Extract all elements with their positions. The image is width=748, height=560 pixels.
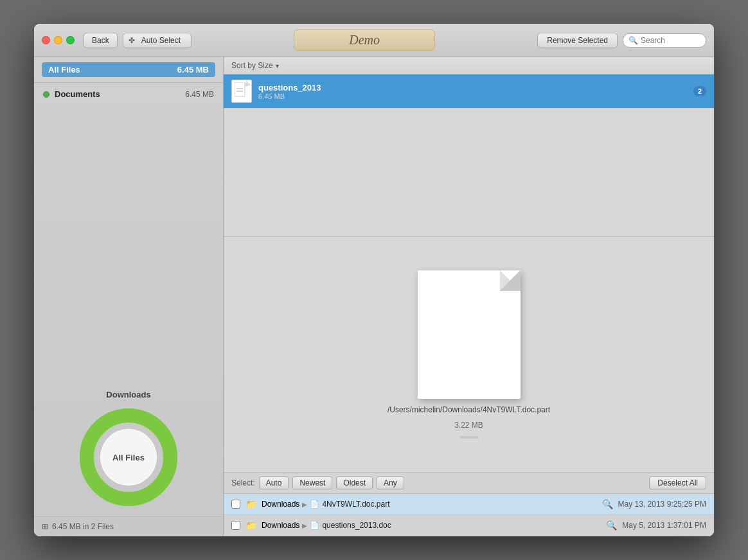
location-name-1: Downloads: [262, 521, 299, 530]
folder-icon-0: 📁: [245, 499, 256, 509]
preview-filepath: /Users/michelin/Downloads/4NvT9WLT.doc.p…: [387, 405, 550, 414]
donut-chart: All Files: [77, 406, 180, 509]
footer-text: 6.45 MB in 2 Files: [52, 522, 114, 531]
all-files-label: All Files: [48, 65, 80, 74]
back-button[interactable]: Back: [84, 33, 118, 48]
file-size: 6.45 MB: [258, 92, 687, 100]
all-files-size: 6.45 MB: [177, 65, 209, 74]
file-icon: [231, 80, 252, 103]
titlebar: Back Auto Select Demo Remove Selected 🔍: [34, 24, 714, 57]
search-input[interactable]: [641, 36, 705, 45]
file-entry-1[interactable]: 📁 Downloads ▶ 📄 questions_2013.doc 🔍 May…: [224, 515, 714, 536]
file-list: questions_2013 6.45 MB 2: [224, 74, 714, 236]
bottom-panel: Select: Auto Newest Oldest Any Deselect …: [224, 472, 714, 536]
preview-document: [418, 270, 521, 399]
all-files-button[interactable]: All Files 6.45 MB: [42, 62, 215, 77]
doc-icon-0: 📄: [310, 500, 319, 509]
sidebar-items: Documents 6.45 MB: [34, 83, 223, 382]
entry-filename-1: questions_2013.doc: [322, 521, 601, 530]
file-row[interactable]: questions_2013 6.45 MB 2: [224, 74, 714, 109]
file-entries: 📁 Downloads ▶ 📄 4NvT9WLT.doc.part 🔍 May …: [224, 494, 714, 536]
entry-date-0: May 13, 2013 9:25:25 PM: [618, 500, 706, 509]
select-auto-button[interactable]: Auto: [259, 477, 289, 489]
arrow-icon-0: ▶: [302, 501, 307, 508]
file-entry-0[interactable]: 📁 Downloads ▶ 📄 4NvT9WLT.doc.part 🔍 May …: [224, 494, 714, 515]
main-panel: Sort by Size ▾: [224, 57, 714, 536]
zoom-button[interactable]: [66, 36, 75, 44]
svg-marker-6: [245, 82, 249, 86]
arrow-icon-1: ▶: [302, 522, 307, 529]
sort-arrow-icon: ▾: [276, 62, 279, 69]
file-info: questions_2013 6.45 MB: [258, 83, 687, 100]
lookup-icon-1[interactable]: 🔍: [606, 520, 617, 530]
search-icon: 🔍: [628, 36, 638, 45]
file-name: questions_2013: [258, 83, 687, 92]
entry-location-0: Downloads ▶ 📄 4NvT9WLT.doc.part: [262, 500, 597, 509]
minimize-button[interactable]: [54, 36, 62, 44]
separator: [459, 436, 479, 439]
doc-icon-svg: [235, 82, 249, 100]
sidebar: All Files 6.45 MB Documents 6.45 MB Down…: [34, 57, 224, 536]
deselect-all-button[interactable]: Deselect All: [649, 477, 706, 489]
expand-icon[interactable]: ⊞: [42, 522, 48, 531]
sidebar-item-size: 6.45 MB: [185, 90, 214, 99]
title-area: Demo: [197, 30, 532, 51]
close-button[interactable]: [42, 36, 50, 44]
preview-filesize: 3.22 MB: [454, 421, 483, 430]
traffic-lights: [42, 36, 75, 44]
lookup-icon-0[interactable]: 🔍: [602, 499, 613, 509]
file-entry-checkbox-0[interactable]: [231, 500, 240, 509]
status-dot: [43, 91, 49, 98]
sort-label: Sort by Size: [231, 61, 273, 70]
donut-section: Downloads All Files: [34, 382, 223, 516]
doc-corner: [500, 270, 521, 291]
select-any-button[interactable]: Any: [377, 477, 404, 489]
file-list-area: Sort by Size ▾: [224, 57, 714, 237]
sidebar-header: All Files 6.45 MB: [34, 57, 223, 83]
remove-selected-button[interactable]: Remove Selected: [537, 33, 618, 48]
donut-center-label: All Files: [112, 453, 145, 462]
sidebar-item-documents[interactable]: Documents 6.45 MB: [34, 85, 223, 103]
entry-date-1: May 5, 2013 1:37:01 PM: [622, 521, 706, 530]
sidebar-item-name: Documents: [55, 89, 100, 99]
doc-icon-1: 📄: [310, 521, 319, 530]
file-badge: 2: [693, 86, 706, 96]
select-oldest-button[interactable]: Oldest: [336, 477, 373, 489]
file-entry-checkbox-1[interactable]: [231, 521, 240, 530]
content-area: All Files 6.45 MB Documents 6.45 MB Down…: [34, 57, 714, 536]
search-bar[interactable]: 🔍: [623, 33, 706, 48]
select-bar: Select: Auto Newest Oldest Any Deselect …: [224, 473, 714, 494]
folder-icon-1: 📁: [245, 520, 256, 530]
auto-select-button[interactable]: Auto Select: [123, 33, 191, 48]
main-window: Back Auto Select Demo Remove Selected 🔍 …: [33, 23, 715, 537]
sort-bar[interactable]: Sort by Size ▾: [224, 57, 714, 74]
entry-filename-0: 4NvT9WLT.doc.part: [322, 500, 596, 509]
location-name-0: Downloads: [262, 500, 299, 509]
sidebar-footer: ⊞ 6.45 MB in 2 Files: [34, 516, 223, 536]
select-label: Select:: [231, 478, 255, 487]
select-newest-button[interactable]: Newest: [292, 477, 332, 489]
entry-location-1: Downloads ▶ 📄 questions_2013.doc: [262, 521, 601, 530]
svg-rect-4: [235, 82, 245, 96]
preview-area: /Users/michelin/Downloads/4NvT9WLT.doc.p…: [224, 237, 714, 472]
window-title: Demo: [294, 30, 435, 51]
donut-label: Downloads: [106, 390, 150, 399]
